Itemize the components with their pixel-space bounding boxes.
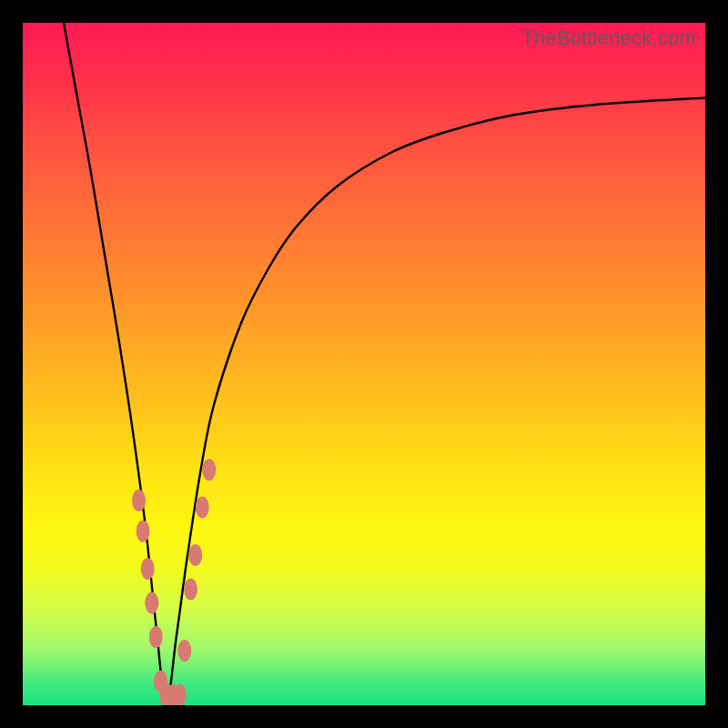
plot-area: TheBottleneck.com: [23, 23, 705, 705]
data-marker: [177, 640, 191, 662]
chart-frame: TheBottleneck.com: [0, 0, 728, 728]
bottleneck-curve: [64, 23, 705, 705]
data-marker: [188, 544, 202, 566]
data-marker: [132, 490, 146, 511]
data-marker: [149, 626, 163, 648]
data-marker: [145, 592, 158, 614]
data-marker: [196, 497, 209, 519]
data-marker: [202, 459, 216, 480]
data-marker: [141, 558, 155, 580]
curve-layer: [23, 23, 705, 705]
data-marker: [136, 521, 150, 542]
data-marker: [184, 579, 197, 601]
data-marker: [173, 684, 187, 705]
marker-layer: [132, 459, 216, 705]
